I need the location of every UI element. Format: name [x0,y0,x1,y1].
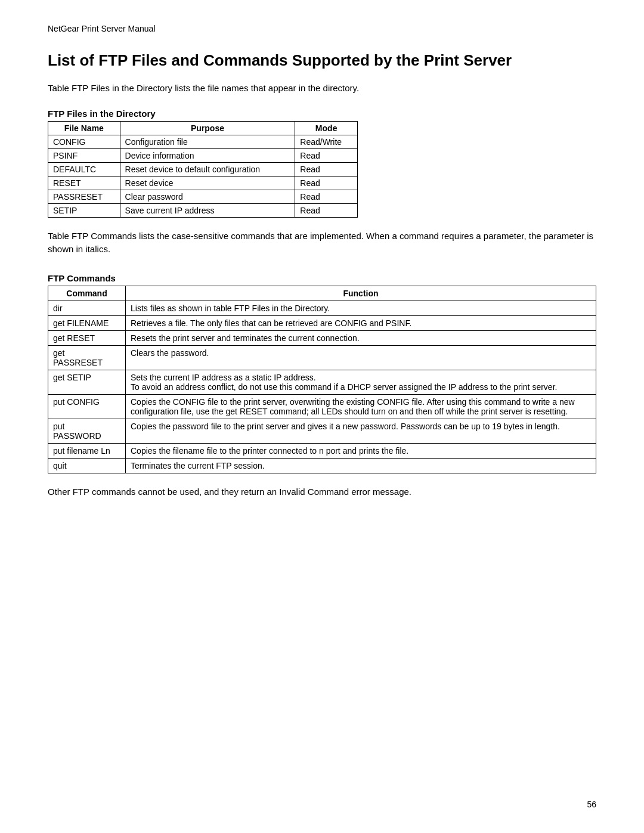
table-row: put filename LnCopies the filename file … [48,443,596,458]
table-row: dirLists files as shown in table FTP Fil… [48,301,596,315]
table-cell: getPASSRESET [48,345,126,370]
table-row: PASSRESETClear passwordRead [48,190,358,203]
table-cell: CONFIG [48,135,120,148]
col-filename: File Name [48,121,120,135]
table-cell: Retrieves a file. The only files that ca… [126,315,596,330]
col-function: Function [126,286,596,301]
table-cell: dir [48,301,126,315]
footer-note: Other FTP commands cannot be used, and t… [48,485,596,499]
table-cell: Save current IP address [120,203,295,217]
table-cell: PASSRESET [48,190,120,203]
ftp-commands-table: Command Function dirLists files as shown… [48,286,596,473]
table-cell: Read [295,203,358,217]
table-row: CONFIGConfiguration fileRead/Write [48,135,358,148]
table-cell: Resets the print server and terminates t… [126,330,596,345]
col-purpose: Purpose [120,121,295,135]
table-cell: PSINF [48,148,120,162]
table-cell: Read [295,190,358,203]
table-row: DEFAULTCReset device to default configur… [48,162,358,176]
table-cell: put filename Ln [48,443,126,458]
table-cell: Reset device to default configuration [120,162,295,176]
table-cell: put CONFIG [48,394,126,419]
table-row: PSINFDevice informationRead [48,148,358,162]
table-cell: putPASSWORD [48,419,126,443]
header-title: NetGear Print Server Manual [48,24,596,33]
table-cell: get FILENAME [48,315,126,330]
table-row: quitTerminates the current FTP session. [48,458,596,473]
table-cell: Read/Write [295,135,358,148]
ftp-commands-header-row: Command Function [48,286,596,301]
table-cell: Copies the CONFIG file to the print serv… [126,394,596,419]
table-cell: Reset device [120,176,295,190]
table-cell: DEFAULTC [48,162,120,176]
intro-paragraph: Table FTP Files in the Directory lists t… [48,82,596,95]
table-cell: RESET [48,176,120,190]
table-cell: Lists files as shown in table FTP Files … [126,301,596,315]
table-row: get SETIPSets the current IP address as … [48,370,596,394]
ftp-files-header-row: File Name Purpose Mode [48,121,358,135]
table-cell: Device information [120,148,295,162]
table-cell: Configuration file [120,135,295,148]
table-row: get RESETResets the print server and ter… [48,330,596,345]
table-cell: Sets the current IP address as a static … [126,370,596,394]
table-row: put CONFIGCopies the CONFIG file to the … [48,394,596,419]
table-cell: SETIP [48,203,120,217]
table-cell: Copies the password file to the print se… [126,419,596,443]
table-row: putPASSWORDCopies the password file to t… [48,419,596,443]
col-command: Command [48,286,126,301]
ftp-files-table: File Name Purpose Mode CONFIGConfigurati… [48,121,358,218]
table-row: SETIPSave current IP addressRead [48,203,358,217]
ftp-files-section-title: FTP Files in the Directory [48,109,596,119]
table-cell: Read [295,162,358,176]
page-number: 56 [587,800,596,809]
table-row: getPASSRESETClears the password. [48,345,596,370]
table-cell: Read [295,148,358,162]
table-cell: Copies the filename file to the printer … [126,443,596,458]
middle-paragraph: Table FTP Commands lists the case-sensit… [48,230,596,256]
table-cell: get RESET [48,330,126,345]
table-cell: Clear password [120,190,295,203]
ftp-commands-section-title: FTP Commands [48,273,596,283]
table-cell: quit [48,458,126,473]
table-cell: Terminates the current FTP session. [126,458,596,473]
table-row: get FILENAMERetrieves a file. The only f… [48,315,596,330]
table-cell: Read [295,176,358,190]
col-mode: Mode [295,121,358,135]
table-cell: Clears the password. [126,345,596,370]
page-heading: List of FTP Files and Commands Supported… [48,51,596,70]
table-row: RESETReset deviceRead [48,176,358,190]
table-cell: get SETIP [48,370,126,394]
